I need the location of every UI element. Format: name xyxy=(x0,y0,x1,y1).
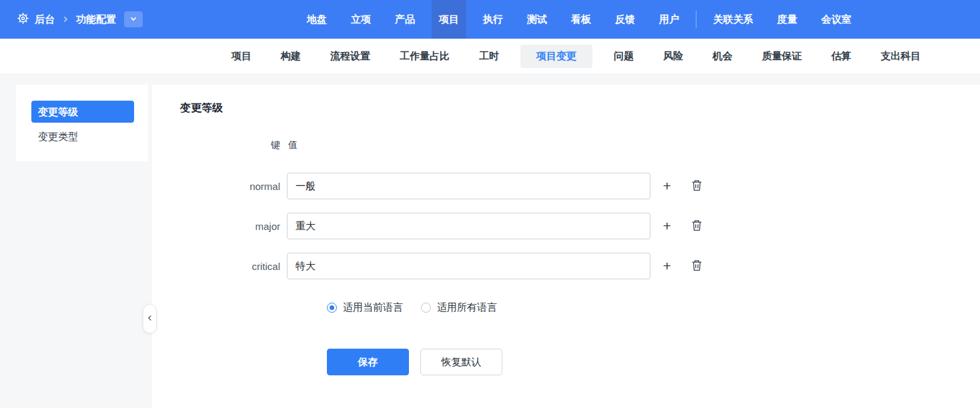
delete-row-button[interactable] xyxy=(689,178,704,194)
add-row-button[interactable]: + xyxy=(660,258,674,274)
topnav-item-ceshi[interactable]: 测试 xyxy=(520,0,554,39)
topnav-item-lixiang[interactable]: 立项 xyxy=(344,0,378,39)
topnav-item-chanpin[interactable]: 产品 xyxy=(388,0,422,39)
subnav-item-gongzuoliang-zhanbi[interactable]: 工作量占比 xyxy=(392,45,458,68)
topnav-item-huiyishi[interactable]: 会议室 xyxy=(814,0,859,39)
chevron-left-icon xyxy=(145,313,155,325)
add-row-button[interactable]: + xyxy=(660,218,674,234)
add-row-button[interactable]: + xyxy=(660,178,674,194)
sidebar: 变更等级 变更类型 xyxy=(0,85,152,408)
radio-option-all-languages[interactable]: 适用所有语言 xyxy=(421,301,497,314)
topnav-divider xyxy=(696,11,696,28)
breadcrumb-dropdown-button[interactable] xyxy=(124,11,143,27)
topnav-item-yonghu[interactable]: 用户 xyxy=(652,0,686,39)
plus-icon: + xyxy=(663,219,671,233)
value-column-header: 值 xyxy=(287,139,298,151)
row-value-input[interactable] xyxy=(287,253,650,279)
subnav-item-jihui[interactable]: 机会 xyxy=(704,45,741,68)
subnav-item-zhichu-kemu[interactable]: 支出科目 xyxy=(873,45,929,68)
content-area: 变更等级 变更类型 变更等级 键 值 normal + xyxy=(0,75,980,408)
page-title: 变更等级 xyxy=(180,101,953,115)
breadcrumb-root[interactable]: 后台 xyxy=(35,13,55,26)
subnav-item-liucheng-shezhi[interactable]: 流程设置 xyxy=(322,45,378,68)
topnav-item-guanlianguanxi[interactable]: 关联关系 xyxy=(706,0,761,39)
radio-option-current-language[interactable]: 适用当前语言 xyxy=(327,301,403,314)
subnav-item-gongshi[interactable]: 工时 xyxy=(471,45,507,68)
table-header: 键 值 xyxy=(180,139,953,151)
trash-icon xyxy=(691,219,702,233)
topnav-item-duliang[interactable]: 度量 xyxy=(770,0,805,39)
sidebar-item-change-type[interactable]: 变更类型 xyxy=(31,128,134,145)
main-panel: 变更等级 键 值 normal + major + xyxy=(152,85,980,408)
topnav-item-fankui[interactable]: 反馈 xyxy=(608,0,642,39)
radio-selected-icon[interactable] xyxy=(327,303,337,313)
breadcrumb-current[interactable]: 功能配置 xyxy=(76,13,116,26)
subnav-item-goujian[interactable]: 构建 xyxy=(273,45,309,68)
subnav-item-zhiliang-baozheng[interactable]: 质量保证 xyxy=(754,45,810,68)
table-row: critical + xyxy=(180,253,953,279)
topnav-item-kanban[interactable]: 看板 xyxy=(564,0,598,39)
top-navigation: 地盘 立项 产品 项目 执行 测试 看板 反馈 用户 关联关系 度量 会议室 xyxy=(300,0,859,39)
plus-icon: + xyxy=(663,179,671,193)
topnav-item-diban[interactable]: 地盘 xyxy=(300,0,334,39)
radio-unselected-icon[interactable] xyxy=(421,303,431,313)
subnav-item-gusuan[interactable]: 估算 xyxy=(823,45,859,68)
gear-icon[interactable] xyxy=(17,12,29,27)
row-key-label: major xyxy=(180,221,280,232)
chevron-down-icon xyxy=(129,14,138,25)
sidebar-item-change-level[interactable]: 变更等级 xyxy=(31,101,134,123)
top-bar: 后台 功能配置 地盘 立项 产品 项目 执行 测试 看板 反馈 用户 关联关系 … xyxy=(0,0,980,39)
subnav-item-xiangmu[interactable]: 项目 xyxy=(223,45,260,68)
language-scope-options: 适用当前语言 适用所有语言 xyxy=(327,301,953,314)
subnav-item-wenti[interactable]: 问题 xyxy=(606,45,642,68)
plus-icon: + xyxy=(663,259,671,273)
topnav-item-xiangmu[interactable]: 项目 xyxy=(432,0,466,39)
row-key-label: normal xyxy=(180,181,280,192)
subnav-item-xiangmu-biangeng[interactable]: 项目变更 xyxy=(520,45,592,68)
trash-icon xyxy=(691,259,702,273)
row-value-input[interactable] xyxy=(287,173,650,199)
table-row: normal + xyxy=(180,173,953,199)
subnav-item-fengxian[interactable]: 风险 xyxy=(655,45,691,68)
topnav-item-zhixing[interactable]: 执行 xyxy=(476,0,510,39)
breadcrumb: 后台 功能配置 xyxy=(0,11,143,27)
sidebar-collapse-button[interactable] xyxy=(143,304,157,333)
sidebar-menu: 变更等级 变更类型 xyxy=(16,85,148,161)
delete-row-button[interactable] xyxy=(689,258,704,274)
key-column-header: 键 xyxy=(180,139,280,151)
row-key-label: critical xyxy=(180,261,280,272)
chevron-right-icon xyxy=(61,15,70,24)
table-row: major + xyxy=(180,213,953,239)
form-actions: 保存 恢复默认 xyxy=(327,349,953,375)
radio-label[interactable]: 适用所有语言 xyxy=(437,301,497,314)
radio-label[interactable]: 适用当前语言 xyxy=(343,301,403,314)
trash-icon xyxy=(691,179,702,193)
delete-row-button[interactable] xyxy=(689,218,704,234)
save-button[interactable]: 保存 xyxy=(327,349,409,375)
sub-navigation: 项目 构建 流程设置 工作量占比 工时 项目变更 问题 风险 机会 质量保证 估… xyxy=(0,39,980,75)
restore-default-button[interactable]: 恢复默认 xyxy=(420,349,502,375)
row-value-input[interactable] xyxy=(287,213,650,239)
